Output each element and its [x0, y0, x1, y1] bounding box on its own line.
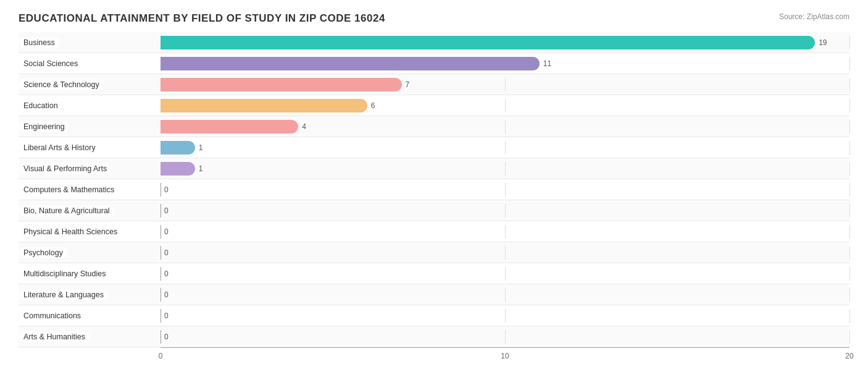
bar-container: 1: [161, 141, 849, 155]
bar-container: 19: [161, 36, 849, 49]
grid-line: [505, 288, 506, 302]
category-label: Multidisciplinary Studies: [19, 268, 111, 279]
label-area: Psychology: [19, 247, 161, 258]
bar-value-label: 1: [199, 164, 203, 173]
grid-line: [849, 309, 850, 323]
bar-fill: [161, 57, 540, 70]
grid-line: [849, 141, 850, 155]
x-axis-container: 0 10 20: [161, 347, 849, 365]
bar-row: Education6: [19, 95, 849, 116]
label-area: Visual & Performing Arts: [19, 163, 161, 174]
category-label: Physical & Health Sciences: [19, 226, 122, 237]
bar-fill: [161, 162, 195, 176]
grid-line: [849, 57, 850, 70]
grid-line: [849, 183, 850, 197]
bar-fill: [161, 99, 367, 112]
x-tick-10: 10: [501, 352, 509, 360]
category-label: Engineering: [19, 121, 70, 132]
bar-value-label: 0: [164, 227, 169, 236]
bar-container: 0: [161, 183, 849, 197]
grid-line: [161, 183, 161, 197]
label-area: Engineering: [19, 121, 161, 132]
label-area: Communications: [19, 310, 161, 321]
bar-value-label: 0: [164, 206, 169, 215]
grid-line: [505, 267, 506, 281]
grid-line: [849, 267, 850, 281]
bar-value-label: 6: [371, 101, 375, 110]
bar-row: Communications0: [19, 305, 849, 326]
label-area: Social Sciences: [19, 58, 161, 69]
grid-line: [849, 162, 850, 176]
bar-container: 0: [161, 330, 849, 344]
category-label: Computers & Mathematics: [19, 184, 119, 195]
category-label: Literature & Languages: [19, 289, 109, 300]
grid-line: [505, 120, 506, 134]
x-tick-20: 20: [845, 352, 853, 360]
category-label: Science & Technology: [19, 79, 104, 90]
bar-row: Business19: [19, 32, 849, 53]
bar-value-label: 0: [164, 290, 169, 299]
category-label: Bio, Nature & Agricultural: [19, 205, 115, 216]
category-label: Communications: [19, 310, 86, 321]
chart-title: EDUCATIONAL ATTAINMENT BY FIELD OF STUDY…: [19, 12, 385, 25]
grid-line: [849, 330, 850, 344]
chart-area: Business19Social Sciences11Science & Tec…: [19, 32, 849, 347]
grid-line: [505, 309, 506, 323]
bar-fill: [161, 141, 195, 155]
grid-line: [505, 162, 506, 176]
bar-row: Engineering4: [19, 116, 849, 137]
grid-line: [161, 267, 161, 281]
grid-line: [505, 246, 506, 260]
bar-value-label: 4: [302, 122, 306, 131]
bar-value-label: 0: [164, 312, 169, 320]
category-label: Liberal Arts & History: [19, 142, 101, 153]
bar-value-label: 7: [406, 80, 410, 89]
bar-row: Computers & Mathematics0: [19, 179, 849, 200]
grid-line: [849, 246, 850, 260]
bar-row: Physical & Health Sciences0: [19, 221, 849, 242]
bar-container: 0: [161, 267, 849, 281]
bar-row: Science & Technology7: [19, 74, 849, 95]
grid-line: [849, 78, 850, 91]
bar-fill: [161, 120, 298, 134]
bar-fill: [161, 78, 402, 91]
grid-line: [505, 204, 506, 218]
category-label: Social Sciences: [19, 58, 83, 69]
label-area: Science & Technology: [19, 79, 161, 90]
bar-row: Multidisciplinary Studies0: [19, 263, 849, 284]
x-tick-0: 0: [159, 352, 163, 360]
grid-line: [505, 183, 506, 197]
bar-value-label: 1: [199, 143, 203, 152]
bar-row: Social Sciences11: [19, 53, 849, 74]
category-label: Education: [19, 100, 63, 111]
bar-row: Bio, Nature & Agricultural0: [19, 200, 849, 221]
label-area: Bio, Nature & Agricultural: [19, 205, 161, 216]
grid-line: [505, 99, 506, 112]
label-area: Literature & Languages: [19, 289, 161, 300]
grid-line: [849, 99, 850, 112]
bar-value-label: 0: [164, 185, 169, 194]
label-area: Computers & Mathematics: [19, 184, 161, 195]
grid-line: [849, 288, 850, 302]
source-label: Source: ZipAtlas.com: [779, 12, 849, 21]
label-area: Liberal Arts & History: [19, 142, 161, 153]
grid-line: [505, 78, 506, 91]
grid-line: [161, 330, 161, 344]
bar-container: 0: [161, 288, 849, 302]
bar-row: Liberal Arts & History1: [19, 137, 849, 158]
bar-value-label: 19: [819, 38, 827, 47]
grid-line: [849, 225, 850, 239]
label-area: Education: [19, 100, 161, 111]
bar-value-label: 0: [164, 333, 169, 341]
grid-line: [505, 141, 506, 155]
label-area: Multidisciplinary Studies: [19, 268, 161, 279]
bar-value-label: 11: [543, 59, 551, 68]
grid-line: [161, 288, 161, 302]
bar-container: 0: [161, 246, 849, 260]
bar-value-label: 0: [164, 269, 169, 278]
bar-container: 0: [161, 204, 849, 218]
grid-line: [161, 246, 161, 260]
category-label: Arts & Humanities: [19, 331, 90, 342]
bar-row: Literature & Languages0: [19, 284, 849, 305]
bar-container: 0: [161, 309, 849, 323]
